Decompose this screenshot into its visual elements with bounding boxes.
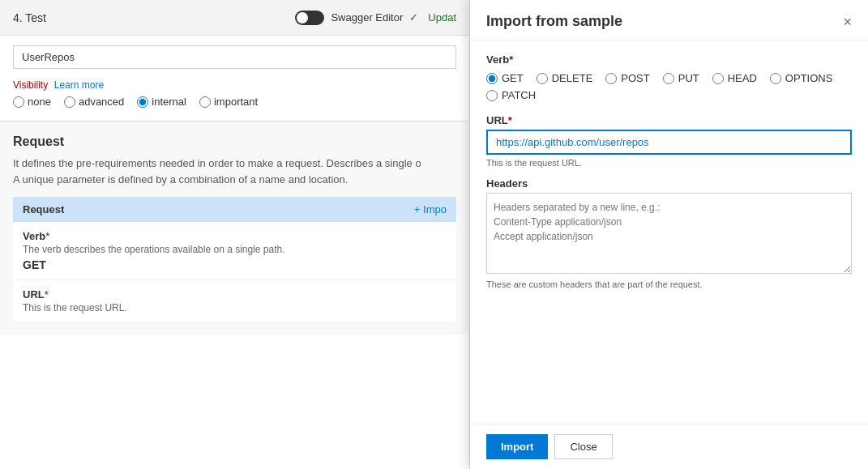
radio-none-label: none [28,96,51,108]
verb-options[interactable]: OPTIONS [770,72,833,84]
left-panel: 4. Test Swagger Editor ✓ Updat Visibilit… [0,0,470,469]
verb-options-label: OPTIONS [785,72,833,84]
swagger-toggle-group: Swagger Editor ✓ Updat [295,11,456,25]
import-dialog: Import from sample × Verb* GET DELETE PO… [470,0,868,469]
verb-options-input[interactable] [770,73,781,84]
top-bar: 4. Test Swagger Editor ✓ Updat [0,0,469,36]
verb-required-star: * [45,230,49,242]
url-field-label: URL [23,288,45,301]
headers-textarea[interactable] [486,193,852,274]
verb-head-input[interactable] [712,73,724,84]
dialog-close-button[interactable]: × [843,15,852,29]
verb-field-desc: The verb describes the operations availa… [23,244,447,255]
headers-label: Headers [486,177,852,190]
radio-internal-label: internal [152,96,186,108]
radio-important-label: important [214,96,258,108]
verb-get-input[interactable] [486,73,498,84]
tab-label: 4. Test [13,11,46,24]
verb-head-label: HEAD [728,72,757,84]
dialog-footer: Import Close [470,424,868,469]
radio-advanced[interactable]: advanced [64,96,124,108]
verb-patch[interactable]: PATCH [486,89,536,101]
request-table-header: Request + Impo [13,197,456,222]
import-button[interactable]: Import [486,434,548,459]
request-desc: It defines the pre-requirements needed i… [13,156,456,187]
verb-post-input[interactable] [605,73,617,84]
verb-get-label: GET [502,72,524,84]
url-dialog-label: URL* [486,114,852,126]
verb-value: GET [23,258,447,271]
verb-post[interactable]: POST [605,72,649,84]
visibility-label: Visibility [13,79,48,91]
verb-section-label: Verb* [486,53,852,66]
verb-delete[interactable]: DELETE [537,72,593,84]
learn-more-link[interactable]: Learn more [54,79,104,91]
verb-delete-input[interactable] [537,73,548,84]
swagger-toggle[interactable] [295,11,324,25]
url-dialog-input[interactable] [486,130,852,155]
radio-none[interactable]: none [13,96,51,108]
verb-head[interactable]: HEAD [712,72,757,84]
verb-patch-label: PATCH [502,89,536,101]
visibility-radio-group: none advanced internal important [13,96,456,108]
swagger-label: Swagger Editor [331,11,403,23]
radio-internal-input[interactable] [137,96,148,108]
import-small-btn[interactable]: + Impo [414,203,447,215]
verb-field-label: Verb [23,230,45,242]
dialog-body: Verb* GET DELETE POST PUT HEAD [470,41,868,424]
radio-important[interactable]: important [199,96,258,108]
verb-put-input[interactable] [663,73,674,84]
close-button[interactable]: Close [554,434,612,459]
url-required-star: * [45,288,49,301]
radio-advanced-input[interactable] [64,96,75,108]
radio-important-input[interactable] [199,96,211,108]
visibility-row: Visibility Learn more none advanced inte… [0,75,469,114]
verb-put-label: PUT [678,72,699,84]
name-input-row [0,36,469,75]
verb-post-label: POST [621,72,649,84]
radio-advanced-label: advanced [79,96,124,108]
verb-radio-group: GET DELETE POST PUT HEAD OPTIONS [486,72,852,101]
radio-none-input[interactable] [13,96,24,108]
verb-delete-label: DELETE [552,72,593,84]
verb-field: Verb* The verb describes the operations … [13,222,456,280]
request-section: Request It defines the pre-requirements … [0,121,469,335]
url-dialog-required: * [508,114,512,126]
headers-hint: These are custom headers that are part o… [486,279,852,289]
request-desc-line1: It defines the pre-requirements needed i… [13,157,421,169]
checkmark-icon: ✓ [409,11,418,23]
request-desc-line2: A unique parameter is defined by a combi… [13,173,348,185]
update-label: Updat [428,11,456,23]
url-field-desc: This is the request URL. [23,302,447,313]
request-title: Request [13,134,456,149]
table-header-label: Request [23,203,64,215]
verb-get[interactable]: GET [486,72,524,84]
url-field: URL* This is the request URL. [13,280,456,322]
name-input[interactable] [13,45,456,69]
verb-dialog-required: * [509,53,513,66]
verb-patch-input[interactable] [486,90,498,101]
dialog-header: Import from sample × [470,0,868,41]
dialog-title: Import from sample [486,13,622,30]
radio-internal[interactable]: internal [137,96,186,108]
verb-put[interactable]: PUT [663,72,699,84]
url-hint: This is the request URL. [486,158,852,168]
